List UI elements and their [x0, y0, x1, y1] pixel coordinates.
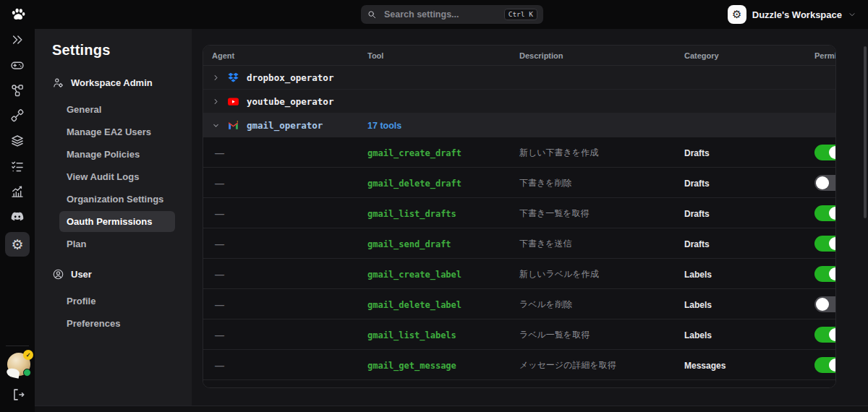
section-header-user: User — [35, 266, 192, 282]
rail-item-gamepad[interactable] — [6, 55, 29, 75]
tool-row-gmail_list_drafts: —gmail_list_drafts下書き一覧を取得Drafts — [203, 198, 835, 228]
tool-category: Drafts — [684, 239, 710, 249]
settings-gear-icon: ⚙ — [11, 238, 23, 252]
chevron-down-icon — [848, 10, 856, 19]
sidebar-section-user: UserProfilePreferences — [35, 266, 192, 334]
tool-name: gmail_create_label — [367, 270, 461, 280]
rail-item-settings-gear[interactable]: ⚙ — [5, 232, 30, 257]
toggle-knob — [829, 207, 836, 220]
scrollbar-thumb[interactable] — [864, 46, 867, 218]
sidebar-item-profile[interactable]: Profile — [59, 291, 175, 312]
agent-row-gmail_operator[interactable]: gmail_operator17 tools — [203, 113, 835, 137]
rail-item-layers[interactable] — [6, 131, 29, 151]
permission-toggle[interactable] — [814, 236, 836, 252]
tasks-icon — [10, 159, 25, 173]
permission-toggle[interactable] — [814, 266, 836, 282]
tool-category: Labels — [684, 270, 712, 280]
workspace-name: Duzzle's Workspace — [752, 9, 842, 20]
toggle-knob — [829, 359, 836, 372]
permission-toggle[interactable] — [814, 327, 836, 343]
user-circle-icon — [52, 268, 64, 280]
tool-description: 下書きを削除 — [519, 178, 572, 188]
tree-dash: — — [215, 208, 224, 219]
tree-dash: — — [215, 299, 224, 310]
verified-badge-icon: ✓ — [23, 350, 33, 360]
sidebar-item-manage-ea2-users[interactable]: Manage EA2 Users — [59, 121, 175, 142]
toggle-knob — [829, 237, 836, 250]
gmail-icon — [227, 119, 239, 132]
logout-icon[interactable] — [10, 387, 26, 403]
table-header: AgentToolDescriptionCategoryPermission — [203, 46, 835, 66]
permission-toggle[interactable] — [814, 175, 836, 191]
search-icon — [367, 9, 377, 20]
tool-description: 新しい下書きを作成 — [519, 147, 598, 158]
rail-item-discord[interactable] — [6, 207, 29, 227]
toggle-knob — [816, 298, 829, 311]
permission-toggle[interactable] — [814, 296, 836, 312]
analytics-icon — [10, 184, 25, 199]
search-bar[interactable]: Ctrl K — [361, 5, 543, 24]
workspace-switcher[interactable]: ⚙ Duzzle's Workspace — [728, 5, 856, 24]
agent-row-youtube_operator[interactable]: youtube_operator — [203, 90, 835, 113]
youtube-icon — [227, 95, 239, 108]
sidebar-item-view-audit-logs[interactable]: View Audit Logs — [59, 166, 175, 187]
rail-item-analytics[interactable] — [6, 181, 29, 202]
tool-row-gmail_delete_draft: —gmail_delete_draft下書きを削除Drafts — [203, 168, 835, 198]
tool-name: gmail_get_message — [367, 361, 456, 371]
tool-name: gmail_list_drafts — [367, 209, 456, 219]
chevron-down-icon[interactable] — [212, 121, 220, 129]
icon-rail: ⚙ ✓ — [0, 29, 35, 412]
sidebar-item-oauth-permissions[interactable]: Oauth Permissions — [59, 211, 175, 232]
tool-row-gmail_create_draft: —gmail_create_draft新しい下書きを作成Drafts — [203, 137, 835, 168]
rail-item-workflow[interactable] — [6, 80, 29, 100]
agent-name: youtube_operator — [247, 96, 333, 107]
tool-row-partial — [203, 380, 835, 388]
rail-item-tasks[interactable] — [6, 156, 29, 176]
paw-logo-icon[interactable] — [9, 6, 27, 23]
search-input[interactable] — [383, 9, 504, 20]
tool-row-gmail_send_draft: —gmail_send_draft下書きを送信Drafts — [203, 228, 835, 259]
toggle-knob — [829, 267, 836, 280]
rail-item-double-chevron-right[interactable] — [6, 30, 29, 50]
column-header-permission: Permission — [814, 51, 836, 60]
agent-name: gmail_operator — [247, 120, 323, 131]
tool-category: Labels — [684, 300, 712, 310]
tool-name: gmail_list_labels — [367, 330, 456, 340]
tool-category: Drafts — [684, 148, 710, 158]
user-avatar[interactable]: ✓ — [7, 353, 30, 376]
sidebar-item-plan[interactable]: Plan — [59, 233, 175, 254]
agent-row-dropbox_operator[interactable]: dropbox_operator — [203, 66, 835, 90]
chevron-right-icon[interactable] — [212, 74, 220, 82]
avatar-shirt — [6, 367, 20, 378]
integrations-icon — [10, 108, 25, 123]
top-bar: Ctrl K ⚙ Duzzle's Workspace — [0, 0, 868, 29]
sidebar-item-general[interactable]: General — [59, 99, 175, 120]
tool-category: Drafts — [684, 209, 710, 219]
gamepad-icon — [10, 58, 25, 72]
sidebar-item-manage-policies[interactable]: Manage Policies — [59, 144, 175, 165]
permission-toggle[interactable] — [814, 357, 836, 373]
tree-dash: — — [215, 178, 224, 189]
sidebar-item-organization-settings[interactable]: Organization Settings — [59, 189, 175, 210]
rail-item-integrations[interactable] — [6, 106, 29, 126]
tools-count: 17 tools — [367, 121, 401, 131]
tool-category: Messages — [684, 361, 726, 371]
tool-name: gmail_delete_label — [367, 300, 461, 310]
tool-row-gmail_list_labels: —gmail_list_labelsラベル一覧を取得Labels — [203, 319, 835, 350]
sidebar-section-workspace-admin: Workspace AdminGeneralManage EA2 UsersMa… — [35, 74, 192, 254]
oauth-permissions-table: AgentToolDescriptionCategoryPermission d… — [203, 45, 836, 388]
discord-icon — [10, 210, 25, 224]
tool-description: メッセージの詳細を取得 — [519, 360, 616, 370]
chevron-right-icon[interactable] — [212, 98, 220, 106]
tree-dash: — — [215, 239, 224, 249]
permission-toggle[interactable] — [814, 387, 836, 389]
column-header-tool: Tool — [367, 51, 519, 60]
permission-toggle[interactable] — [814, 205, 836, 221]
tree-dash: — — [215, 330, 224, 340]
tree-dash: — — [215, 269, 224, 280]
permission-toggle[interactable] — [814, 145, 836, 160]
workspace-gear-icon: ⚙ — [728, 5, 746, 24]
tree-dash: — — [215, 147, 224, 158]
sidebar-item-preferences[interactable]: Preferences — [59, 313, 175, 334]
search-shortcut-badge: Ctrl K — [504, 9, 537, 20]
